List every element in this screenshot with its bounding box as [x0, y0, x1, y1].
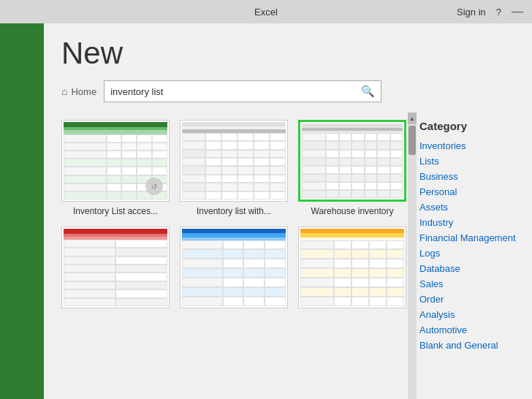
category-item-lists[interactable]: Lists	[419, 153, 532, 169]
template-label-3: Warehouse inventory	[311, 206, 394, 216]
sign-in-link[interactable]: Sign in	[457, 7, 486, 18]
template-item-3[interactable]: Warehouse inventory	[298, 120, 406, 216]
content-area: New ⌂ Home 🔍	[44, 23, 532, 399]
template-thumb-1: ↺	[61, 120, 170, 202]
help-button[interactable]: ?	[496, 7, 501, 18]
category-item-business[interactable]: Business	[419, 169, 532, 184]
search-icon[interactable]: 🔍	[361, 85, 375, 98]
home-button[interactable]: ⌂ Home	[61, 86, 96, 97]
main-content: New ⌂ Home 🔍	[0, 23, 532, 399]
category-title: Category	[419, 113, 532, 138]
template-thumb-2	[180, 120, 288, 202]
search-row: ⌂ Home 🔍	[61, 80, 514, 102]
category-item-blank-general[interactable]: Blank and General	[419, 338, 532, 353]
category-panel: ▲ Category Inventories Lists Business Pe…	[408, 113, 532, 399]
template-item-5[interactable]	[180, 227, 288, 313]
app-title: Excel	[254, 7, 278, 18]
category-item-financial-management[interactable]: Financial Management	[419, 230, 532, 246]
template-item-4[interactable]	[61, 227, 170, 313]
template-item-2[interactable]: Inventory list with...	[180, 120, 288, 216]
category-item-industry[interactable]: Industry	[419, 215, 532, 230]
top-section: New ⌂ Home 🔍	[44, 23, 532, 113]
template-label-2: Inventory list with...	[197, 206, 271, 216]
templates-grid: ↺ Inventory List acces...	[44, 113, 408, 399]
scrollbar[interactable]: ▲	[408, 113, 417, 399]
template-label-1: Inventory List acces...	[73, 206, 158, 216]
minimize-button[interactable]: —	[512, 5, 523, 18]
search-input[interactable]	[110, 86, 361, 97]
home-label: Home	[71, 86, 96, 97]
category-item-inventories[interactable]: Inventories	[419, 138, 532, 153]
category-content: Category Inventories Lists Business Pers…	[408, 113, 532, 353]
template-thumb-5	[180, 227, 288, 308]
template-thumb-4	[61, 227, 170, 308]
scroll-thumb[interactable]	[408, 126, 416, 155]
home-icon: ⌂	[61, 86, 67, 97]
template-item-1[interactable]: ↺ Inventory List acces...	[61, 120, 170, 216]
template-thumb-6	[298, 227, 406, 308]
template-section: ↺ Inventory List acces...	[44, 113, 532, 399]
category-item-personal[interactable]: Personal	[419, 184, 532, 200]
title-bar-controls: Sign in ? —	[457, 5, 523, 18]
category-item-order[interactable]: Order	[419, 292, 532, 307]
category-item-analysis[interactable]: Analysis	[419, 307, 532, 322]
template-thumb-3	[298, 120, 406, 202]
scroll-up-button[interactable]: ▲	[408, 113, 417, 124]
category-item-database[interactable]: Database	[419, 261, 532, 276]
category-item-sales[interactable]: Sales	[419, 276, 532, 292]
template-item-6[interactable]	[298, 227, 406, 313]
templates-row-2	[61, 227, 395, 313]
templates-row-1: ↺ Inventory List acces...	[61, 120, 395, 216]
page-heading: New	[61, 38, 514, 69]
title-bar: Excel Sign in ? —	[0, 0, 532, 23]
app-sidebar	[0, 23, 44, 399]
category-item-assets[interactable]: Assets	[419, 200, 532, 215]
category-item-logs[interactable]: Logs	[419, 246, 532, 261]
category-item-automotive[interactable]: Automotive	[419, 322, 532, 338]
search-box: 🔍	[104, 80, 381, 102]
